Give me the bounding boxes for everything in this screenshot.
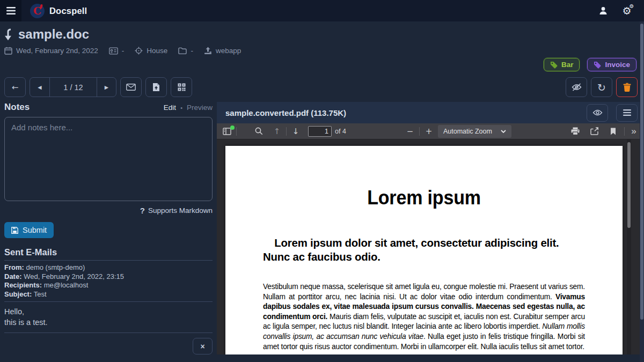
file-upload-icon — [152, 83, 160, 92]
bookmark-button[interactable] — [606, 125, 620, 138]
notes-preview-link[interactable]: Preview — [187, 104, 213, 112]
pdf-scrollbar-thumb[interactable] — [627, 142, 631, 228]
envelope-icon — [126, 84, 136, 91]
eye-slash-icon — [572, 83, 582, 91]
menu-button[interactable] — [0, 0, 21, 21]
document-subtitle: Lorem ipsum dolor sit amet, consectetur … — [263, 236, 575, 264]
hamburger-icon — [6, 7, 16, 14]
item-date: Wed, February 2nd, 2022 — [16, 47, 98, 55]
sidebar-toggle-button[interactable] — [220, 125, 234, 138]
item-meta: Wed, February 2nd, 2022 - House - webapp — [4, 47, 640, 55]
document-paragraph: Vestibulum neque massa, scelerisque sit … — [263, 282, 585, 352]
sent-emails-section: Sent E-Mails From: demo (smtp-demo) Date… — [4, 247, 213, 354]
close-mail-button[interactable]: × — [193, 338, 213, 354]
calendar-icon — [4, 47, 12, 55]
gears-icon: ⚙⚙ — [622, 5, 631, 17]
zoom-select[interactable]: Automatic Zoom — [438, 125, 511, 138]
hide-sidebar-button[interactable] — [566, 77, 587, 97]
pdf-file-title: sample.converted.pdf (113.75K) — [225, 108, 346, 117]
crosshairs-icon — [135, 47, 143, 55]
sent-emails-heading: Sent E-Mails — [4, 247, 213, 257]
reprocess-button[interactable]: ↻ — [591, 77, 612, 97]
mail-from-row: From: demo (smtp-demo) — [4, 263, 213, 272]
qr-code-button[interactable] — [171, 77, 192, 97]
zoom-out-button[interactable]: − — [403, 125, 417, 138]
eye-icon — [592, 109, 603, 116]
next-item-button[interactable]: ► — [97, 78, 116, 97]
add-files-button[interactable] — [145, 77, 167, 97]
prev-item-button[interactable]: ◄ — [30, 78, 49, 97]
submit-button[interactable]: Submit — [4, 222, 54, 238]
pagination-label: 1 / 12 — [49, 78, 97, 97]
docspell-logo-icon: C — [30, 4, 45, 18]
brand: C Docspell — [30, 4, 87, 18]
pdf-header: sample.converted.pdf (113.75K) — [217, 102, 644, 123]
markdown-hint-link[interactable]: ? Supports Markdown — [4, 206, 213, 215]
item-header: sample.doc Wed, February 2nd, 2022 - Hou… — [0, 21, 644, 55]
print-button[interactable] — [568, 125, 582, 138]
dot-separator: • — [180, 105, 182, 111]
trash-icon — [623, 83, 631, 92]
tag-label: Invoice — [605, 61, 630, 69]
app-title: Docspell — [49, 6, 87, 16]
item-concerning: House — [147, 47, 167, 55]
menu-lines-icon — [623, 109, 631, 116]
notes-edit-link[interactable]: Edit — [164, 104, 176, 112]
page-scrollbar[interactable] — [640, 21, 644, 362]
settings-button[interactable]: ⚙⚙ — [617, 1, 636, 20]
search-button[interactable] — [252, 125, 266, 138]
page-scrollbar-thumb[interactable] — [640, 24, 643, 320]
item-folder: - — [191, 47, 193, 55]
search-icon — [255, 127, 263, 135]
notes-input[interactable] — [4, 117, 213, 201]
id-card-icon — [109, 47, 118, 55]
printer-icon — [571, 127, 580, 135]
mail-date-row: Date: Wed, February 2nd, 2022, 23:15 — [4, 272, 213, 282]
delete-button[interactable] — [616, 77, 638, 97]
page-title: sample.doc — [18, 27, 89, 42]
user-button[interactable] — [594, 1, 613, 20]
tag-bar[interactable]: Bar — [544, 58, 580, 71]
topbar: C Docspell ⚙⚙ — [0, 0, 644, 21]
download-button[interactable] — [588, 125, 602, 138]
chevron-down-icon — [501, 130, 506, 133]
status-dot — [230, 125, 235, 130]
download-icon — [590, 127, 599, 135]
tag-icon — [594, 61, 601, 69]
tag-label: Bar — [561, 61, 574, 69]
page-number-input[interactable] — [308, 126, 332, 137]
item-correspondent: - — [122, 47, 125, 55]
tag-icon — [550, 61, 558, 69]
upload-icon — [204, 47, 212, 55]
mail-body: Hello, this is a test. — [4, 305, 213, 330]
zoom-in-button[interactable]: + — [422, 125, 436, 138]
back-button[interactable]: ← — [4, 77, 26, 97]
toolbar-more-button[interactable]: » — [627, 125, 641, 138]
next-page-button[interactable]: ↓ — [289, 125, 303, 138]
page-count-label: of 4 — [335, 128, 346, 135]
tag-invoice[interactable]: Invoice — [587, 58, 636, 71]
qr-icon — [178, 83, 186, 91]
pdf-viewer: Lorem ipsum Lorem ipsum dolor sit amet, … — [217, 139, 644, 354]
toolbar: ← ◄ 1 / 12 ► ↻ — [0, 77, 644, 97]
pdf-scrollbar[interactable] — [627, 139, 631, 354]
notes-heading: Notes — [4, 102, 30, 113]
page-nav-group: ◄ 1 / 12 ► — [30, 77, 116, 97]
pdf-menu-button[interactable] — [616, 104, 638, 122]
user-icon — [598, 6, 608, 16]
preview-toggle-button[interactable] — [587, 104, 608, 122]
document-title: Lorem ipsum — [276, 187, 572, 209]
pdf-pane: sample.converted.pdf (113.75K) ↑ ↓ — [217, 102, 644, 354]
send-mail-button[interactable] — [120, 77, 142, 97]
prev-page-button[interactable]: ↑ — [270, 125, 284, 138]
mail-subject-row: Subject: Test — [4, 290, 213, 299]
item-title-row: sample.doc — [4, 27, 640, 42]
bookmark-icon — [610, 128, 616, 135]
mail-recipients-row: Recipients: me@localhost — [4, 281, 213, 290]
save-icon — [11, 227, 18, 234]
item-source: webapp — [216, 47, 241, 55]
tags-row: Bar Invoice — [544, 58, 636, 71]
pdfjs-toolbar: ↑ ↓ of 4 − + Automatic Zoom — [217, 123, 644, 139]
arrow-down-icon — [4, 28, 13, 41]
pdf-page: Lorem ipsum Lorem ipsum dolor sit amet, … — [225, 146, 623, 354]
